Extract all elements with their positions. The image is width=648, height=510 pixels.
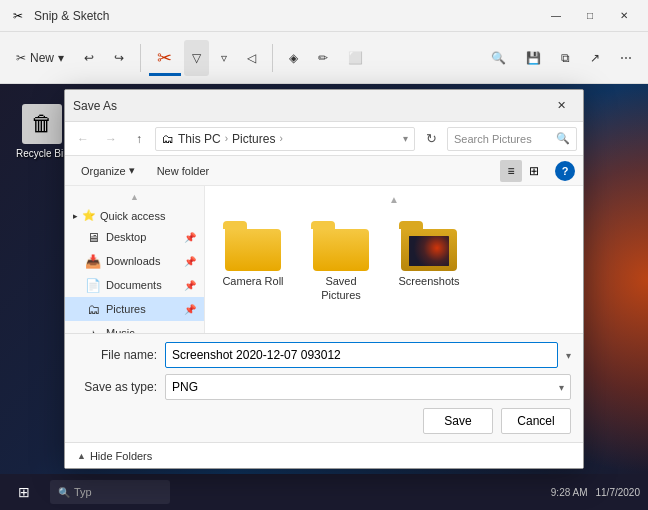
sidebar-item-downloads[interactable]: 📥 Downloads 📌	[65, 249, 204, 273]
snip-window-button[interactable]: ◁	[239, 40, 264, 76]
new-folder-label: New folder	[157, 165, 210, 177]
folder-camera-roll[interactable]: Camera Roll	[213, 217, 293, 307]
save-dialog-button[interactable]: Save	[423, 408, 493, 434]
taskbar-search-text: Typ	[74, 486, 92, 498]
folder-body	[225, 229, 281, 271]
screenshots-label: Screenshots	[398, 274, 459, 288]
path-dropdown-arrow[interactable]: ▾	[403, 133, 408, 144]
new-label: New	[30, 51, 54, 65]
taskbar-date: 11/7/2020	[596, 487, 641, 498]
file-toolbar: Organize ▾ New folder ≡ ⊞ ?	[65, 156, 583, 186]
save-icon: 💾	[526, 51, 541, 65]
taskbar-right: 9:28 AM 11/7/2020	[551, 487, 648, 498]
hide-folders-row[interactable]: ▲ Hide Folders	[65, 442, 583, 468]
pictures-pin-icon: 📌	[184, 304, 196, 315]
app-icon: ✂	[8, 6, 28, 26]
taskbar-search[interactable]: 🔍 Typ	[50, 480, 170, 504]
savetype-select[interactable]: PNG ▾	[165, 374, 571, 400]
search-icon: 🔍	[556, 132, 570, 145]
save-button[interactable]: 💾	[518, 40, 549, 76]
screenshots-icon	[399, 221, 459, 271]
more-button[interactable]: ⋯	[612, 40, 640, 76]
savetype-label: Save as type:	[77, 380, 157, 394]
chevron-up-icon: ▲	[77, 451, 86, 461]
dialog-actions: Save Cancel	[77, 408, 571, 434]
snip-rect-icon: ▽	[192, 51, 201, 65]
quick-access-label: Quick access	[100, 210, 165, 222]
share-icon: ↗	[590, 51, 600, 65]
erase-icon: ◈	[289, 51, 298, 65]
folder-saved-pictures[interactable]: Saved Pictures	[301, 217, 381, 307]
folder-body-2	[313, 229, 369, 271]
quick-access-header[interactable]: ▸ ⭐ Quick access	[65, 206, 204, 225]
sidebar-item-documents[interactable]: 📄 Documents 📌	[65, 273, 204, 297]
documents-label: Documents	[106, 279, 162, 291]
crop-trim-button[interactable]: ⬜	[340, 40, 371, 76]
search-box[interactable]: Search Pictures 🔍	[447, 127, 577, 151]
minimize-button[interactable]: —	[540, 2, 572, 30]
view-grid-button[interactable]: ⊞	[523, 160, 545, 182]
downloads-icon: 📥	[85, 253, 101, 269]
copy-button[interactable]: ⧉	[553, 40, 578, 76]
start-button[interactable]: ⊞	[0, 474, 48, 510]
scroll-up-arrow: ▲	[213, 194, 575, 205]
hide-folders-label: Hide Folders	[90, 450, 152, 462]
copy-icon: ⧉	[561, 51, 570, 65]
path-pictures: Pictures	[232, 132, 275, 146]
view-list-button[interactable]: ≡	[500, 160, 522, 182]
crop-button[interactable]: ✂	[149, 40, 180, 76]
new-icon: ✂	[16, 51, 26, 65]
organize-arrow: ▾	[129, 164, 135, 177]
toolbar-separator-2	[272, 44, 273, 72]
filename-label: File name:	[77, 348, 157, 362]
sidebar-item-music[interactable]: ♪ Music	[65, 321, 204, 333]
back-button[interactable]: ←	[71, 127, 95, 151]
folder-screenshots[interactable]: Screenshots	[389, 217, 469, 307]
music-icon: ♪	[85, 325, 101, 333]
sidebar-item-desktop[interactable]: 🖥 Desktop 📌	[65, 225, 204, 249]
sidebar-item-pictures[interactable]: 🗂 Pictures 📌	[65, 297, 204, 321]
new-button[interactable]: ✂ New ▾	[8, 40, 72, 76]
erase-button[interactable]: ◈	[281, 40, 306, 76]
up-button[interactable]: ↑	[127, 127, 151, 151]
downloads-pin-icon: 📌	[184, 256, 196, 267]
maximize-button[interactable]: □	[574, 2, 606, 30]
view-icons: ≡ ⊞	[500, 160, 545, 182]
undo-button[interactable]: ↩	[76, 40, 102, 76]
zoom-button[interactable]: 🔍	[483, 40, 514, 76]
redo-icon: ↪	[114, 51, 124, 65]
toolbar-separator-1	[140, 44, 141, 72]
address-bar: ← → ↑ 🗂 This PC › Pictures › ▾ ↻ Search …	[65, 122, 583, 156]
camera-roll-icon	[223, 221, 283, 271]
new-folder-button[interactable]: New folder	[149, 160, 218, 182]
crop-icon: ✂	[157, 47, 172, 69]
window-controls: — □ ✕	[540, 2, 640, 30]
undo-icon: ↩	[84, 51, 94, 65]
close-button[interactable]: ✕	[608, 2, 640, 30]
app-title: Snip & Sketch	[34, 9, 540, 23]
desktop-pin-icon: 📌	[184, 232, 196, 243]
help-button[interactable]: ?	[555, 161, 575, 181]
snip-rect-button[interactable]: ▽	[184, 40, 209, 76]
dialog-content: ▲ ▸ ⭐ Quick access 🖥 Desktop 📌	[65, 186, 583, 333]
filename-input[interactable]	[165, 342, 558, 368]
filename-row: File name: ▾	[77, 342, 571, 368]
share-button[interactable]: ↗	[582, 40, 608, 76]
snip-free-icon: ▿	[221, 51, 227, 65]
address-path[interactable]: 🗂 This PC › Pictures › ▾	[155, 127, 415, 151]
forward-button[interactable]: →	[99, 127, 123, 151]
filename-dropdown-icon: ▾	[566, 350, 571, 361]
zoom-icon: 🔍	[491, 51, 506, 65]
dialog-close-button[interactable]: ✕	[547, 92, 575, 120]
camera-roll-label: Camera Roll	[222, 274, 283, 288]
pen-icon: ✏	[318, 51, 328, 65]
cancel-dialog-button[interactable]: Cancel	[501, 408, 571, 434]
quick-access-arrow: ▸	[73, 211, 78, 221]
redo-button[interactable]: ↪	[106, 40, 132, 76]
organize-button[interactable]: Organize ▾	[73, 160, 143, 182]
refresh-button[interactable]: ↻	[419, 127, 443, 151]
documents-icon: 📄	[85, 277, 101, 293]
snip-toolbar: ✂ New ▾ ↩ ↪ ✂ ▽ ▿ ◁ ◈ ✏ ⬜	[0, 32, 648, 84]
pen-button[interactable]: ✏	[310, 40, 336, 76]
snip-free-button[interactable]: ▿	[213, 40, 235, 76]
